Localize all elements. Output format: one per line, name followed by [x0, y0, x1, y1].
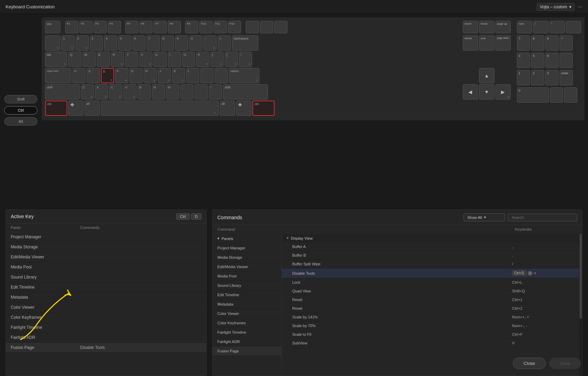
key-num-plus[interactable]: + — [560, 35, 573, 51]
key-9[interactable]: 9 — [175, 35, 188, 51]
panels-list-item[interactable]: Sound Library — [213, 281, 282, 290]
key-win-right[interactable]: ❖ — [236, 101, 251, 116]
key-f6[interactable]: F6 — [139, 21, 153, 33]
key-left[interactable]: ◀ — [463, 84, 478, 100]
key-home[interactable]: home — [479, 21, 494, 33]
key-tab[interactable]: tab1 — [45, 52, 67, 67]
key-num-enter2[interactable] — [564, 87, 577, 103]
key-num-plus2[interactable] — [560, 53, 573, 68]
key-num-5[interactable]: 5 — [531, 53, 544, 68]
more-options-button[interactable]: ··· — [578, 4, 582, 10]
key-num-3[interactable]: 3 — [545, 70, 559, 85]
key-e[interactable]: E — [97, 52, 110, 67]
key-num-2[interactable]: 2 — [531, 70, 544, 85]
key-right[interactable]: 3▶ — [495, 84, 511, 100]
panels-list-item[interactable]: Color Viewer — [213, 309, 282, 318]
commands-scrollbar[interactable] — [579, 234, 582, 376]
key-h[interactable]: H1 — [144, 68, 157, 83]
key-g[interactable]: G — [129, 68, 142, 83]
key-num-6[interactable]: 6 — [545, 53, 559, 68]
key-ctrl-left[interactable]: ctrl — [45, 101, 67, 116]
key-open-bracket[interactable]: [1 — [210, 52, 224, 67]
cmd-buffer-b[interactable]: Buffer B. — [282, 251, 579, 260]
key-ctrl-right[interactable]: ctrl — [252, 101, 275, 116]
list-item-selected[interactable]: Fusion PageDisable Tools — [6, 343, 206, 353]
add-keystroke-button[interactable]: + — [534, 271, 536, 276]
badge-ctrl[interactable]: Ctrl — [176, 213, 190, 220]
panels-list-item[interactable]: Fairlight Timeline — [213, 328, 282, 337]
key-esc[interactable]: esc — [45, 21, 60, 33]
key-j[interactable]: J2 — [158, 68, 171, 83]
key-y[interactable]: Y2 — [139, 52, 153, 67]
key-7[interactable]: 7 — [147, 35, 160, 51]
key-f12[interactable]: F12 — [228, 21, 241, 33]
key-8[interactable]: 8 — [161, 35, 174, 51]
key-m[interactable]: M — [166, 84, 179, 100]
show-all-dropdown[interactable]: Show All ▾ — [464, 213, 505, 221]
cmd-disable-tools[interactable]: Disable Tools Ctrl+D ✕ + — [282, 268, 579, 278]
panels-list-item[interactable]: Edit Timeline — [213, 290, 282, 300]
list-item[interactable]: Color Keyframes — [6, 313, 206, 323]
key-p[interactable]: P2 — [196, 52, 209, 67]
key-f5[interactable]: F5 — [125, 21, 138, 33]
key-insert[interactable]: insert — [463, 21, 478, 33]
key-f10[interactable]: F10 — [199, 21, 213, 33]
key-s[interactable]: S — [87, 68, 100, 83]
key-end[interactable]: end — [479, 35, 494, 51]
key-extra1[interactable] — [246, 21, 259, 33]
list-item[interactable]: Metadata — [6, 292, 206, 302]
key-equals[interactable]: = — [218, 35, 231, 51]
key-quote[interactable]: ' — [215, 68, 228, 83]
key-num-4[interactable]: 4 — [517, 53, 530, 68]
key-k[interactable]: K1 — [172, 68, 185, 83]
key-enter[interactable]: enter — [560, 70, 573, 85]
key-0[interactable]: 0 — [189, 35, 202, 51]
key-n[interactable]: N — [152, 84, 165, 100]
key-down[interactable]: ▼ — [479, 84, 494, 100]
key-w[interactable]: W — [83, 52, 96, 67]
list-item[interactable]: Media Storage — [6, 242, 206, 252]
key-comma[interactable]: , — [180, 84, 193, 100]
panels-list-item[interactable]: Color Keyframes — [213, 318, 282, 328]
list-item[interactable]: Project Manager — [6, 232, 206, 242]
remove-keystroke-button[interactable]: ✕ — [528, 271, 533, 276]
key-up[interactable]: ▲ — [479, 68, 494, 83]
key-shift-left[interactable]: shift — [45, 84, 80, 100]
key-o[interactable]: O — [182, 52, 195, 67]
key-num-slash[interactable]: / — [533, 21, 548, 33]
key-extra2[interactable] — [260, 21, 273, 33]
key-5[interactable]: 5 — [118, 35, 131, 51]
list-item[interactable]: Edit/Media Viewer — [6, 252, 206, 262]
list-item[interactable]: Color Viewer — [6, 302, 206, 313]
key-f2[interactable]: F2 — [79, 21, 93, 33]
panels-list-item[interactable]: Fairlight ADR — [213, 337, 282, 347]
cmd-scale-70[interactable]: Scale by 70%Num+-, - — [282, 322, 579, 330]
key-slash[interactable]: / — [209, 84, 222, 100]
list-item[interactable]: Sound Library — [6, 272, 206, 282]
key-shift-right[interactable]: shift — [223, 84, 268, 100]
key-2[interactable]: 21 — [76, 35, 89, 51]
key-x[interactable]: X2 — [95, 84, 108, 100]
key-minus[interactable]: -1 — [204, 35, 217, 51]
panels-list-item[interactable]: Edit/Media Viewer — [213, 262, 282, 272]
list-item[interactable]: Fairlight Timeline — [6, 323, 206, 333]
key-u[interactable]: U — [154, 52, 167, 67]
key-f7[interactable]: F7 — [154, 21, 167, 33]
key-r[interactable]: R3 — [111, 52, 124, 67]
key-period[interactable]: . — [194, 84, 208, 100]
display-view-section[interactable]: ▾ Display View — [282, 234, 579, 242]
key-1[interactable]: 11 — [61, 35, 75, 51]
profile-dropdown[interactable]: Vojta – custom ▾ — [537, 3, 574, 11]
key-3[interactable]: 3 — [90, 35, 103, 51]
list-item[interactable]: Media Pool — [6, 262, 206, 272]
key-a[interactable]: A — [72, 68, 86, 83]
key-num-lock[interactable]: num — [517, 21, 532, 33]
cmd-buffer-split[interactable]: Buffer Split Wipe/ — [282, 260, 579, 268]
key-num-star[interactable]: * — [550, 21, 565, 33]
key-f[interactable]: F4 — [115, 68, 128, 83]
key-alt-left[interactable]: alt — [85, 101, 100, 116]
cmd-scale-141[interactable]: Scale by 141%Num++, = — [282, 313, 579, 322]
key-caps[interactable]: caps lock — [45, 68, 71, 83]
cmd-reset-1[interactable]: ResetCtrl+1 — [282, 296, 579, 304]
ctrl-key[interactable]: Ctrl — [4, 106, 37, 114]
